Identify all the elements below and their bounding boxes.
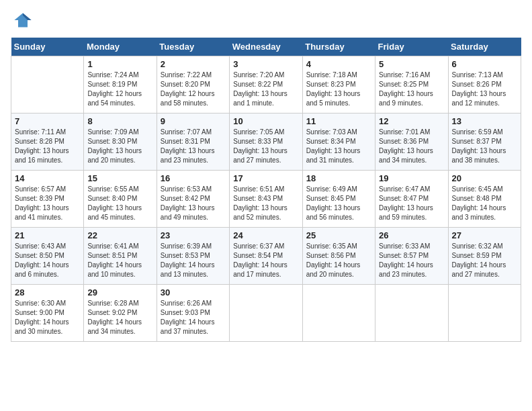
calendar-cell: 27Sunrise: 6:32 AM Sunset: 8:59 PM Dayli… [448, 228, 521, 285]
calendar-cell: 11Sunrise: 7:03 AM Sunset: 8:34 PM Dayli… [302, 113, 375, 171]
day-number: 10 [233, 116, 298, 126]
day-number: 19 [379, 173, 444, 183]
calendar-table: SundayMondayTuesdayWednesdayThursdayFrid… [11, 38, 521, 342]
day-number: 7 [15, 116, 80, 126]
day-number: 23 [161, 230, 226, 240]
calendar-cell: 6Sunrise: 7:13 AM Sunset: 8:26 PM Daylig… [448, 56, 521, 113]
week-row-3: 14Sunrise: 6:57 AM Sunset: 8:39 PM Dayli… [11, 171, 521, 228]
day-info: Sunrise: 6:47 AM Sunset: 8:47 PM Dayligh… [379, 185, 444, 222]
header-cell-saturday: Saturday [448, 38, 521, 56]
calendar-cell: 15Sunrise: 6:55 AM Sunset: 8:40 PM Dayli… [84, 171, 157, 228]
day-number: 25 [306, 230, 371, 240]
day-info: Sunrise: 6:30 AM Sunset: 9:00 PM Dayligh… [15, 299, 80, 336]
calendar-cell: 14Sunrise: 6:57 AM Sunset: 8:39 PM Dayli… [11, 171, 84, 228]
calendar-cell: 30Sunrise: 6:26 AM Sunset: 9:03 PM Dayli… [157, 285, 229, 342]
day-info: Sunrise: 7:16 AM Sunset: 8:25 PM Dayligh… [379, 71, 444, 108]
day-info: Sunrise: 7:11 AM Sunset: 8:28 PM Dayligh… [15, 128, 80, 165]
day-number: 6 [452, 59, 517, 69]
week-row-5: 28Sunrise: 6:30 AM Sunset: 9:00 PM Dayli… [11, 285, 521, 342]
calendar-cell: 23Sunrise: 6:39 AM Sunset: 8:53 PM Dayli… [157, 228, 229, 285]
day-number: 26 [379, 230, 444, 240]
day-info: Sunrise: 7:13 AM Sunset: 8:26 PM Dayligh… [452, 71, 517, 108]
day-info: Sunrise: 6:49 AM Sunset: 8:45 PM Dayligh… [306, 185, 371, 222]
calendar-cell: 21Sunrise: 6:43 AM Sunset: 8:50 PM Dayli… [11, 228, 84, 285]
day-info: Sunrise: 7:05 AM Sunset: 8:33 PM Dayligh… [233, 128, 298, 165]
day-info: Sunrise: 7:03 AM Sunset: 8:34 PM Dayligh… [306, 128, 371, 165]
calendar-cell: 12Sunrise: 7:01 AM Sunset: 8:36 PM Dayli… [375, 113, 448, 171]
day-number: 13 [452, 116, 517, 126]
week-row-1: 1Sunrise: 7:24 AM Sunset: 8:19 PM Daylig… [11, 56, 521, 113]
header-cell-monday: Monday [84, 38, 157, 56]
day-info: Sunrise: 7:07 AM Sunset: 8:31 PM Dayligh… [161, 128, 226, 165]
logo [11, 11, 32, 30]
day-info: Sunrise: 6:39 AM Sunset: 8:53 PM Dayligh… [161, 242, 226, 279]
header-cell-friday: Friday [375, 38, 448, 56]
day-number: 4 [306, 59, 371, 69]
week-row-4: 21Sunrise: 6:43 AM Sunset: 8:50 PM Dayli… [11, 228, 521, 285]
day-info: Sunrise: 7:01 AM Sunset: 8:36 PM Dayligh… [379, 128, 444, 165]
calendar-cell: 24Sunrise: 6:37 AM Sunset: 8:54 PM Dayli… [230, 228, 302, 285]
week-row-2: 7Sunrise: 7:11 AM Sunset: 8:28 PM Daylig… [11, 113, 521, 171]
day-number: 12 [379, 116, 444, 126]
header-cell-tuesday: Tuesday [157, 38, 229, 56]
calendar-cell: 13Sunrise: 6:59 AM Sunset: 8:37 PM Dayli… [448, 113, 521, 171]
day-info: Sunrise: 7:18 AM Sunset: 8:23 PM Dayligh… [306, 71, 371, 108]
header-cell-wednesday: Wednesday [230, 38, 302, 56]
day-info: Sunrise: 6:43 AM Sunset: 8:50 PM Dayligh… [15, 242, 80, 279]
day-number: 2 [161, 59, 226, 69]
header-cell-thursday: Thursday [302, 38, 375, 56]
calendar-cell: 26Sunrise: 6:33 AM Sunset: 8:57 PM Dayli… [375, 228, 448, 285]
day-info: Sunrise: 7:22 AM Sunset: 8:20 PM Dayligh… [161, 71, 226, 108]
calendar-cell: 19Sunrise: 6:47 AM Sunset: 8:47 PM Dayli… [375, 171, 448, 228]
calendar-cell: 4Sunrise: 7:18 AM Sunset: 8:23 PM Daylig… [302, 56, 375, 113]
day-number: 17 [233, 173, 298, 183]
day-number: 16 [161, 173, 226, 183]
day-info: Sunrise: 6:28 AM Sunset: 9:02 PM Dayligh… [87, 299, 152, 336]
day-info: Sunrise: 6:26 AM Sunset: 9:03 PM Dayligh… [161, 299, 226, 336]
calendar-cell: 7Sunrise: 7:11 AM Sunset: 8:28 PM Daylig… [11, 113, 84, 171]
calendar-cell [448, 285, 521, 342]
calendar-cell: 3Sunrise: 7:20 AM Sunset: 8:22 PM Daylig… [230, 56, 302, 113]
calendar-cell: 8Sunrise: 7:09 AM Sunset: 8:30 PM Daylig… [84, 113, 157, 171]
day-info: Sunrise: 6:32 AM Sunset: 8:59 PM Dayligh… [452, 242, 517, 279]
header-row: SundayMondayTuesdayWednesdayThursdayFrid… [11, 38, 521, 56]
calendar-cell [375, 285, 448, 342]
day-number: 5 [379, 59, 444, 69]
calendar-cell: 20Sunrise: 6:45 AM Sunset: 8:48 PM Dayli… [448, 171, 521, 228]
day-info: Sunrise: 6:57 AM Sunset: 8:39 PM Dayligh… [15, 185, 80, 222]
header-cell-sunday: Sunday [11, 38, 84, 56]
day-info: Sunrise: 6:33 AM Sunset: 8:57 PM Dayligh… [379, 242, 444, 279]
calendar-cell: 9Sunrise: 7:07 AM Sunset: 8:31 PM Daylig… [157, 113, 229, 171]
calendar-cell: 29Sunrise: 6:28 AM Sunset: 9:02 PM Dayli… [84, 285, 157, 342]
day-number: 18 [306, 173, 371, 183]
day-info: Sunrise: 6:37 AM Sunset: 8:54 PM Dayligh… [233, 242, 298, 279]
calendar-cell: 22Sunrise: 6:41 AM Sunset: 8:51 PM Dayli… [84, 228, 157, 285]
calendar-cell [302, 285, 375, 342]
day-info: Sunrise: 6:45 AM Sunset: 8:48 PM Dayligh… [452, 185, 517, 222]
calendar-cell: 5Sunrise: 7:16 AM Sunset: 8:25 PM Daylig… [375, 56, 448, 113]
calendar-cell [11, 56, 84, 113]
calendar-cell: 1Sunrise: 7:24 AM Sunset: 8:19 PM Daylig… [84, 56, 157, 113]
day-info: Sunrise: 6:59 AM Sunset: 8:37 PM Dayligh… [452, 128, 517, 165]
day-number: 29 [87, 287, 152, 298]
calendar-cell: 18Sunrise: 6:49 AM Sunset: 8:45 PM Dayli… [302, 171, 375, 228]
page-header [11, 11, 521, 30]
day-number: 9 [161, 116, 226, 126]
day-number: 11 [306, 116, 371, 126]
calendar-cell: 28Sunrise: 6:30 AM Sunset: 9:00 PM Dayli… [11, 285, 84, 342]
day-info: Sunrise: 6:35 AM Sunset: 8:56 PM Dayligh… [306, 242, 371, 279]
day-number: 21 [15, 230, 80, 240]
day-number: 24 [233, 230, 298, 240]
day-info: Sunrise: 6:41 AM Sunset: 8:51 PM Dayligh… [87, 242, 152, 279]
day-info: Sunrise: 6:55 AM Sunset: 8:40 PM Dayligh… [87, 185, 152, 222]
calendar-cell [230, 285, 302, 342]
day-info: Sunrise: 7:09 AM Sunset: 8:30 PM Dayligh… [87, 128, 152, 165]
day-info: Sunrise: 6:51 AM Sunset: 8:43 PM Dayligh… [233, 185, 298, 222]
day-info: Sunrise: 7:24 AM Sunset: 8:19 PM Dayligh… [87, 71, 152, 108]
calendar-cell: 2Sunrise: 7:22 AM Sunset: 8:20 PM Daylig… [157, 56, 229, 113]
calendar-cell: 16Sunrise: 6:53 AM Sunset: 8:42 PM Dayli… [157, 171, 229, 228]
day-info: Sunrise: 6:53 AM Sunset: 8:42 PM Dayligh… [161, 185, 226, 222]
calendar-cell: 17Sunrise: 6:51 AM Sunset: 8:43 PM Dayli… [230, 171, 302, 228]
day-number: 15 [87, 173, 152, 183]
calendar-cell: 10Sunrise: 7:05 AM Sunset: 8:33 PM Dayli… [230, 113, 302, 171]
